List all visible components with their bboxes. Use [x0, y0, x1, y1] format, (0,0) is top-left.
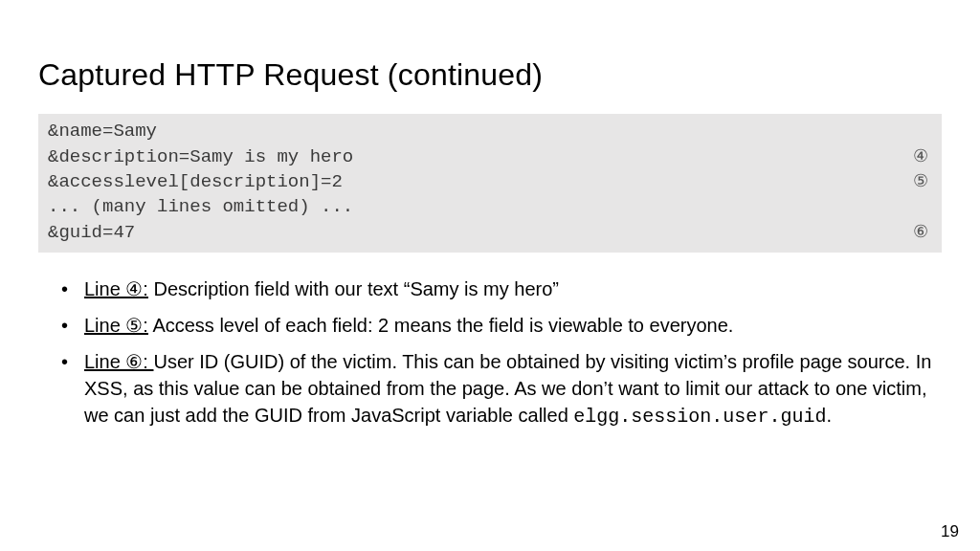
slide-title: Captured HTTP Request (continued) — [38, 57, 942, 93]
bullet-label: Line ⑥: — [84, 351, 153, 372]
bullet-text: Access level of each field: 2 means the … — [148, 315, 733, 336]
code-text: &accesslevel[description]=2 — [48, 170, 343, 195]
code-text: &description=Samy is my hero — [48, 145, 353, 170]
code-line-3: &accesslevel[description]=2 ⑤ — [48, 169, 932, 195]
code-text: &name=Samy — [48, 120, 157, 144]
code-text: ... (many lines omitted) ... — [48, 195, 353, 220]
code-block: &name=Samy &description=Samy is my hero … — [38, 114, 942, 253]
code-marker: ⑤ — [913, 169, 932, 192]
bullet-label: Line ⑤: — [84, 315, 148, 336]
bullet-text: . — [826, 405, 832, 426]
bullet-list: Line ④: Description field with our text … — [38, 276, 942, 430]
code-line-5: &guid=47 ⑥ — [48, 220, 932, 246]
bullet-item-2: Line ⑤: Access level of each field: 2 me… — [67, 312, 936, 339]
code-line-2: &description=Samy is my hero ④ — [48, 144, 932, 170]
code-line-4: ... (many lines omitted) ... — [48, 195, 932, 220]
bullet-text: Description field with our text “Samy is… — [148, 278, 559, 299]
code-marker: ④ — [913, 144, 932, 167]
bullet-item-3: Line ⑥: User ID (GUID) of the victim. Th… — [67, 348, 936, 430]
bullet-label: Line ④: — [84, 278, 148, 299]
slide: Captured HTTP Request (continued) &name=… — [0, 0, 980, 551]
code-text: &guid=47 — [48, 221, 135, 246]
code-line-1: &name=Samy — [48, 120, 932, 144]
bullet-item-1: Line ④: Description field with our text … — [67, 276, 936, 302]
code-marker: ⑥ — [913, 220, 932, 243]
page-number: 19 — [941, 522, 959, 541]
bullet-code: elgg.session.user.guid — [573, 406, 826, 428]
